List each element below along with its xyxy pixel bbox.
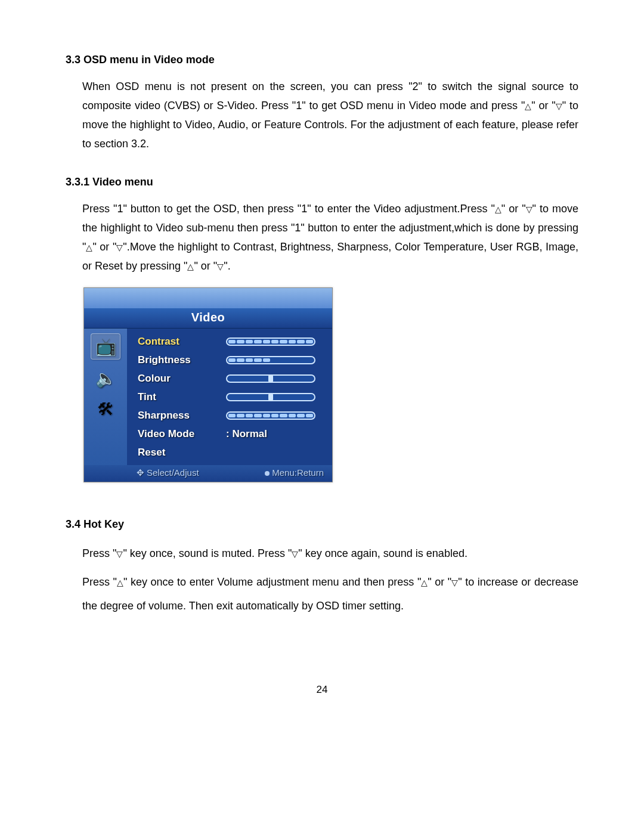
triangle-up-icon: △ [86,243,92,252]
osd-footer-right: Menu:Return [265,467,324,478]
osd-menu-label: Brightness [138,354,226,366]
triangle-up-icon: △ [421,578,428,587]
osd-slider[interactable] [226,411,315,420]
slider-thumb[interactable] [268,375,273,382]
triangle-down-icon: ▽ [217,262,224,271]
text: " or " [92,241,116,253]
osd-body: 📺🔈🛠 ContrastBrightnessColourTintSharpnes… [84,329,332,465]
slider-thumb[interactable] [268,394,273,401]
slider-segment [237,340,244,343]
text: " key once to enter Volume adjustment me… [123,576,421,588]
slider-segment [237,358,244,362]
para-3-3: When OSD menu is not present on the scre… [82,77,578,153]
slider-segment [306,340,313,343]
page-number: 24 [0,684,644,696]
text: Press "1" button to get the OSD, then pr… [82,203,495,215]
slider-segment [297,340,304,343]
osd-menu-item[interactable]: Brightness [138,351,324,369]
manual-page: 3.3 OSD menu in Video mode When OSD menu… [0,0,644,833]
text: " or " [531,100,555,112]
osd-menu-item[interactable]: Reset [138,443,324,462]
nav-cross-icon: ✥ [137,467,144,478]
feature-icon[interactable]: 🛠 [91,397,120,422]
text: " or " [194,260,217,272]
slider-segment [263,358,270,362]
osd-menu-item[interactable]: Contrast [138,332,324,351]
osd-menu-value [226,411,324,420]
osd-screenshot: Video 📺🔈🛠 ContrastBrightnessColourTintSh… [83,287,333,482]
osd-sidebar: 📺🔈🛠 [84,329,127,465]
text: " key once, sound is muted. Press " [123,547,292,559]
triangle-up-icon: △ [187,262,194,271]
osd-menu-label: Colour [138,373,226,385]
osd-content: ContrastBrightnessColourTintSharpnessVid… [127,329,332,465]
osd-menu-label: Tint [138,391,226,403]
triangle-up-icon: △ [117,578,123,587]
dot-icon [265,471,270,476]
osd-titlebar [84,288,332,308]
osd-menu-value: : Normal [226,428,324,440]
text: " or " [501,203,526,215]
audio-icon[interactable]: 🔈 [91,366,120,391]
osd-footer-left: ✥Select/Adjust [137,467,199,478]
slider-segment [237,414,244,417]
slider-segment [289,340,296,343]
text: " key once again, sound is enabled. [298,547,467,559]
osd-menu-value [226,356,324,364]
slider-segment [228,340,236,343]
slider-segment [289,414,296,417]
text: Select/Adjust [147,467,199,478]
osd-slider[interactable] [226,374,315,383]
text: Press " [82,576,117,588]
slider-segment [280,358,287,362]
text: Press " [82,547,116,559]
heading-3-3: 3.3 OSD menu in Video mode [66,54,578,66]
osd-menu-item[interactable]: Tint [138,388,324,406]
slider-segment [263,414,270,417]
slider-segment [246,358,253,362]
osd-value-text: : Normal [226,428,267,440]
osd-slider[interactable] [226,337,315,346]
heading-3-3-1: 3.3.1 Video menu [66,176,578,188]
slider-segment [263,340,270,343]
triangle-down-icon: ▽ [451,578,458,587]
osd-footer: ✥Select/Adjust Menu:Return [84,465,332,482]
heading-3-4: 3.4 Hot Key [66,518,578,531]
osd-header: Video [84,308,332,329]
osd-menu-item[interactable]: Video Mode: Normal [138,425,324,443]
slider-segment [280,414,287,417]
text: When OSD menu is not present on the scre… [82,80,578,112]
slider-segment [228,358,236,362]
slider-segment [271,340,278,343]
slider-segment [254,340,261,343]
slider-segment [297,358,304,362]
osd-slider[interactable] [226,393,315,401]
para-3-3-1: Press "1" button to get the OSD, then pr… [82,199,578,275]
osd-menu-label: Video Mode [138,428,226,440]
slider-segment [246,340,253,343]
slider-segment [254,414,261,417]
osd-menu-value [226,374,324,383]
triangle-up-icon: △ [495,205,501,213]
triangle-down-icon: ▽ [116,243,123,252]
slider-segment [254,358,261,362]
triangle-down-icon: ▽ [292,550,298,558]
triangle-down-icon: ▽ [526,205,532,213]
para-3-4-1: Press "▽" key once, sound is muted. Pres… [82,541,578,565]
slider-segment [306,414,313,417]
slider-segment [306,358,313,362]
osd-menu-item[interactable]: Sharpness [138,406,324,425]
text: ". [224,260,230,272]
para-3-4-2: Press "△" key once to enter Volume adjus… [82,570,578,618]
osd-slider[interactable] [226,356,315,364]
slider-segment [271,358,278,362]
osd-menu-item[interactable]: Colour [138,369,324,388]
slider-segment [271,414,278,417]
slider-segment [280,340,287,343]
video-icon[interactable]: 📺 [91,333,120,360]
osd-menu-label: Sharpness [138,410,226,422]
text: " or " [428,576,451,588]
osd-menu-value [226,337,324,346]
osd-menu-value [226,393,324,401]
triangle-down-icon: ▽ [116,550,123,558]
